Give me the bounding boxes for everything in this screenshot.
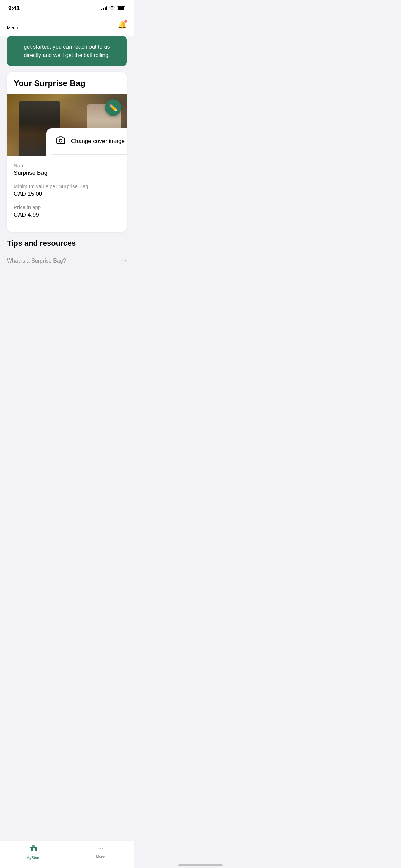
signal-icon — [101, 6, 107, 10]
change-cover-image-button[interactable]: Change cover image — [46, 128, 127, 154]
name-label: Name — [14, 162, 120, 168]
menu-icon — [7, 23, 15, 23]
card-fields: Name Surprise Bag Minimum value per Surp… — [7, 156, 127, 232]
image-options-dropdown: Change cover image Change store logo — [46, 128, 127, 156]
min-value-label: Minimum value per Surprise Bag — [14, 183, 120, 189]
banner-text: get started, you can reach out to us dir… — [15, 43, 119, 59]
menu-icon — [7, 21, 15, 21]
change-cover-image-label: Change cover image — [71, 138, 125, 145]
price-value: CAD 4.99 — [14, 212, 120, 218]
price-label: Price in app — [14, 204, 120, 210]
notification-button[interactable]: 🔔 — [118, 20, 127, 29]
edit-cover-button[interactable]: ✏️ — [105, 99, 121, 116]
change-store-logo-button[interactable]: Change store logo — [46, 155, 127, 156]
status-bar: 9:41 — [0, 0, 134, 14]
surprise-bag-card: Your Surprise Bag ✏️ Change cover image — [7, 72, 127, 232]
tips-section: Tips and resources What is a Surprise Ba… — [0, 239, 134, 275]
min-value-value: CAD 15.00 — [14, 191, 120, 197]
name-value: Surprise Bag — [14, 170, 120, 177]
notification-badge — [124, 20, 127, 23]
price-field-group: Price in app CAD 4.99 — [14, 204, 120, 218]
tips-title: Tips and resources — [7, 239, 127, 248]
wifi-icon — [109, 6, 115, 11]
status-icons — [101, 6, 125, 11]
card-title: Your Surprise Bag — [7, 72, 127, 94]
promo-banner: get started, you can reach out to us dir… — [7, 36, 127, 66]
camera-icon — [56, 136, 65, 147]
cover-image-area: ✏️ Change cover image — [7, 94, 127, 156]
menu-button[interactable]: Menu — [7, 19, 18, 31]
nav-header: Menu 🔔 — [0, 14, 134, 36]
tips-item-label: What is a Surprise Bag? — [7, 258, 66, 264]
pencil-icon: ✏️ — [109, 104, 118, 112]
name-field-group: Name Surprise Bag — [14, 162, 120, 177]
chevron-right-icon: › — [125, 258, 127, 264]
battery-icon — [117, 6, 125, 10]
status-time: 9:41 — [8, 5, 20, 12]
tips-item-surprise-bag[interactable]: What is a Surprise Bag? › — [7, 252, 127, 269]
menu-label: Menu — [7, 25, 18, 31]
menu-icon — [7, 19, 15, 19]
svg-point-0 — [59, 139, 62, 142]
min-value-field-group: Minimum value per Surprise Bag CAD 15.00 — [14, 183, 120, 197]
